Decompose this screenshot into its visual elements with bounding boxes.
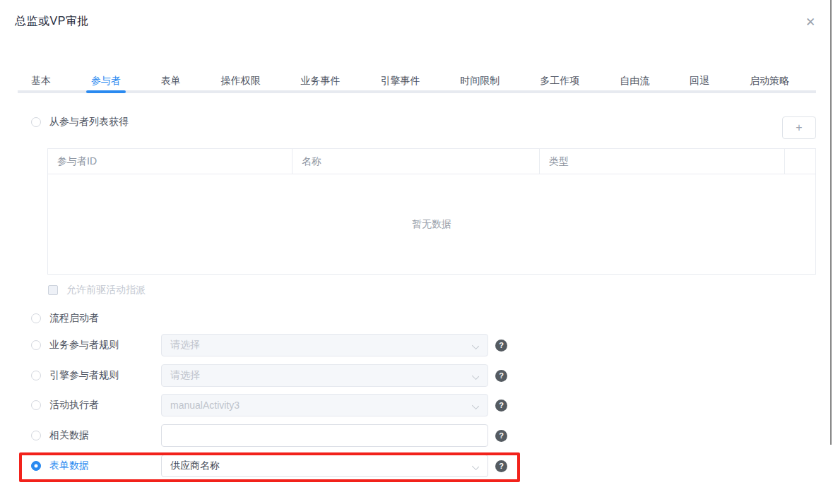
select-placeholder: 请选择 [170,339,200,352]
option-from-participant-list[interactable]: 从参与者列表获得 [31,116,129,128]
option-activity-executor[interactable]: 活动执行者 manualActivity3 ? [31,394,161,416]
radio-unselected-icon[interactable] [31,431,41,440]
dialog-title: 总监或VP审批 [15,14,89,29]
tab-basic[interactable]: 基本 [31,69,51,93]
plus-icon: + [796,121,802,134]
option-label: 活动执行者 [49,399,99,412]
option-label: 从参与者列表获得 [49,116,129,128]
chevron-down-icon [472,402,479,409]
radio-selected-icon[interactable] [31,461,41,471]
select-value: manualActivity3 [170,400,240,411]
help-icon[interactable]: ? [495,400,507,412]
option-label: 表单数据 [49,460,89,472]
related-data-input[interactable] [161,424,488,447]
radio-unselected-icon[interactable] [31,400,41,410]
tab-multi-workitem[interactable]: 多工作项 [540,69,579,93]
add-participant-button[interactable]: + [782,116,816,139]
tab-free-flow[interactable]: 自由流 [620,69,649,93]
empty-data-text: 暂无数据 [412,218,451,231]
table-header-row: 参与者ID 名称 类型 [48,149,815,174]
tab-engine-events[interactable]: 引擎事件 [380,69,420,93]
column-header-participant-id: 参与者ID [48,149,293,174]
column-header-actions [785,149,815,174]
form-data-select[interactable]: 供应商名称 [161,455,488,477]
tab-start-strategy[interactable]: 启动策略 [750,69,789,93]
help-icon[interactable]: ? [495,370,507,382]
checkbox-unchecked-icon[interactable] [48,285,58,295]
tab-business-events[interactable]: 业务事件 [301,69,341,93]
close-icon[interactable]: ✕ [801,13,820,31]
radio-unselected-icon[interactable] [31,313,41,323]
business-rule-select[interactable]: 请选择 [161,334,488,356]
radio-unselected-icon[interactable] [31,117,41,127]
help-icon[interactable]: ? [495,430,507,442]
allow-predecessor-assign-checkbox-row[interactable]: 允许前驱活动指派 [48,284,146,296]
option-label: 相关数据 [49,429,89,442]
checkbox-label: 允许前驱活动指派 [66,284,146,296]
option-label: 流程启动者 [49,312,99,325]
tab-form[interactable]: 表单 [161,69,181,93]
tab-participants[interactable]: 参与者 [91,69,121,93]
tab-operation-permissions[interactable]: 操作权限 [221,69,261,93]
option-label: 引擎参与者规则 [49,369,119,382]
option-related-data[interactable]: 相关数据 ? [31,424,161,447]
chevron-down-icon [472,373,479,380]
tab-time-limit[interactable]: 时间限制 [460,69,500,93]
option-business-participant-rule[interactable]: 业务参与者规则 请选择 ? [31,334,161,356]
help-icon[interactable]: ? [495,460,507,472]
option-form-data[interactable]: 表单数据 供应商名称 ? [31,455,161,477]
help-icon[interactable]: ? [495,340,507,352]
select-value: 供应商名称 [170,460,220,472]
select-placeholder: 请选择 [170,369,200,382]
column-header-name: 名称 [293,149,540,174]
chevron-down-icon [472,463,479,470]
option-label: 业务参与者规则 [49,339,119,352]
tab-rollback[interactable]: 回退 [690,69,709,93]
tab-bar: 基本 参与者 表单 操作权限 业务事件 引擎事件 时间限制 多工作项 自由流 回… [14,69,816,93]
radio-unselected-icon[interactable] [31,340,41,350]
activity-executor-select[interactable]: manualActivity3 [161,394,488,416]
participant-table: 参与者ID 名称 类型 暂无数据 [47,148,816,275]
chevron-down-icon [472,342,479,349]
table-empty-state: 暂无数据 [48,174,815,274]
column-header-type: 类型 [540,149,785,174]
option-process-initiator[interactable]: 流程启动者 [31,307,161,330]
engine-rule-select[interactable]: 请选择 [161,364,488,387]
option-engine-participant-rule[interactable]: 引擎参与者规则 请选择 ? [31,364,161,387]
window-edge-line [830,0,832,445]
radio-unselected-icon[interactable] [31,371,41,380]
